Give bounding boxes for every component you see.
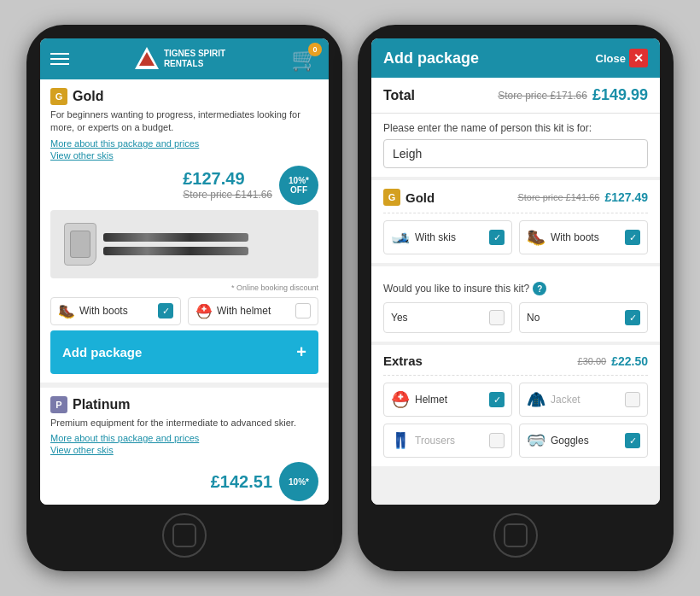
brand-logo-area: TIGNES SPIRIT RENTALS xyxy=(135,47,225,71)
cart-badge: 0 xyxy=(308,43,322,56)
add-plus-icon: + xyxy=(296,342,306,362)
modal-title: Add package xyxy=(383,50,479,67)
jacket-icon: 🧥 xyxy=(527,390,545,409)
add-package-label: Add package xyxy=(62,345,142,359)
with-boots-option[interactable]: 🥾 With boots xyxy=(50,297,181,325)
no-checkbox[interactable]: ✓ xyxy=(625,310,640,325)
skis-checkbox[interactable]: ✓ xyxy=(489,230,505,245)
modal-content: Total Store price £171.66 £149.99 Please… xyxy=(371,78,660,505)
phone-1-screen: TIGNES SPIRIT RENTALS 🛒 0 G Gold xyxy=(40,38,329,505)
trousers-extra-option[interactable]: 👖 Trousers xyxy=(383,424,512,458)
trousers-checkbox[interactable] xyxy=(489,433,505,448)
home-button-1[interactable] xyxy=(162,513,207,558)
helmet-extra-icon: ⛑️ xyxy=(391,390,410,409)
goggles-icon: 🥽 xyxy=(527,431,545,450)
phone-1: TIGNES SPIRIT RENTALS 🛒 0 G Gold xyxy=(26,25,342,571)
boots-icon-modal: 🥾 xyxy=(527,228,545,247)
extras-old-price: £30.00 xyxy=(578,356,607,366)
trousers-label: Trousers xyxy=(415,435,455,447)
extras-label: Extras xyxy=(383,354,423,368)
home-button-2[interactable] xyxy=(493,513,538,558)
boots-checkbox[interactable] xyxy=(158,303,173,318)
gold-discount-bubble: 10%* OFF xyxy=(279,166,318,205)
yes-label: Yes xyxy=(391,312,408,324)
cart-icon[interactable]: 🛒 0 xyxy=(291,46,318,73)
modal-gold-new-price: £127.49 xyxy=(604,190,648,204)
helmet-extra-label: Helmet xyxy=(415,394,447,406)
help-icon[interactable]: ? xyxy=(533,282,546,295)
name-section: Please enter the name of person this kit… xyxy=(371,114,660,177)
extras-options-grid: ⛑️ Helmet ✓ 🧥 Jacket xyxy=(383,383,648,458)
extras-section: Extras £30.00 £22.50 ⛑️ Helmet ✓ xyxy=(371,345,660,466)
gold-section-modal: G Gold Store price £141.66 £127.49 🎿 xyxy=(371,180,660,263)
total-label: Total xyxy=(383,88,415,103)
booking-note: * Online booking discount xyxy=(50,283,318,292)
grade-badge-gold: G xyxy=(50,88,67,105)
total-section: Total Store price £171.66 £149.99 xyxy=(371,78,660,114)
platinum-more-info-link[interactable]: More about this package and prices xyxy=(50,433,318,443)
boots-checkbox-modal[interactable]: ✓ xyxy=(625,230,640,245)
close-label: Close xyxy=(596,52,626,65)
modal-gold-name: Gold xyxy=(405,190,435,205)
gold-package-name: Gold xyxy=(73,89,103,104)
name-input[interactable] xyxy=(383,139,648,168)
platinum-price: £142.51 xyxy=(211,472,272,492)
boot-icon: 🥾 xyxy=(58,303,75,319)
jacket-extra-option[interactable]: 🧥 Jacket xyxy=(519,383,648,417)
grade-badge-platinum: P xyxy=(50,396,67,413)
insurance-options-grid: Yes No ✓ xyxy=(383,302,648,333)
no-label: No xyxy=(527,312,540,324)
insurance-yes-option[interactable]: Yes xyxy=(383,302,512,333)
gold-view-skis-link[interactable]: View other skis xyxy=(50,150,318,161)
screen-content-1: G Gold For beginners wanting to progress… xyxy=(40,79,329,505)
goggles-label: Goggles xyxy=(551,435,589,447)
skis-icon: 🎿 xyxy=(391,228,410,247)
modal-header: Add package Close ✕ xyxy=(371,38,660,78)
boots-label: With boots xyxy=(79,305,128,317)
gold-package-desc: For beginners wanting to progress, inter… xyxy=(50,108,318,135)
brand-text: TIGNES SPIRIT RENTALS xyxy=(164,49,225,69)
jacket-checkbox[interactable] xyxy=(625,392,640,407)
platinum-package-desc: Premium equipment for the intermediate t… xyxy=(50,417,318,429)
modal-grade-gold: G xyxy=(383,189,400,206)
yes-checkbox[interactable] xyxy=(489,310,505,325)
modal-gold-old-price: Store price £141.66 xyxy=(517,192,599,202)
ski-image xyxy=(50,210,318,278)
insurance-label: Would you like to insure this kit? xyxy=(383,283,529,295)
total-price-new: £149.99 xyxy=(592,86,648,104)
platinum-package-name: Platinum xyxy=(73,397,131,412)
platinum-package-card: P Platinum Premium equipment for the int… xyxy=(40,388,329,505)
with-skis-option[interactable]: 🎿 With skis ✓ xyxy=(383,220,512,254)
insurance-no-option[interactable]: No ✓ xyxy=(519,302,648,333)
goggles-checkbox[interactable]: ✓ xyxy=(625,433,640,448)
app-header: TIGNES SPIRIT RENTALS 🛒 0 xyxy=(40,38,329,79)
gold-price: £127.49 xyxy=(183,169,272,189)
gold-more-info-link[interactable]: More about this package and prices xyxy=(50,138,318,149)
helmet-extra-option[interactable]: ⛑️ Helmet ✓ xyxy=(383,383,512,417)
gold-price-old: Store price £141.66 xyxy=(183,189,272,201)
trousers-icon: 👖 xyxy=(391,431,410,450)
phone-2-screen: Add package Close ✕ Total Store price £1… xyxy=(371,38,660,505)
with-boots-option-modal[interactable]: 🥾 With boots ✓ xyxy=(519,220,648,254)
gold-options-row: 🥾 With boots ⛑️ With helmet xyxy=(50,297,318,325)
close-x-icon: ✕ xyxy=(629,49,648,67)
goggles-extra-option[interactable]: 🥽 Goggles ✓ xyxy=(519,424,648,458)
name-label: Please enter the name of person this kit… xyxy=(383,122,648,134)
platinum-view-skis-link[interactable]: View other skis xyxy=(50,445,318,455)
extras-new-price: £22.50 xyxy=(611,354,648,368)
insurance-section: Would you like to insure this kit? ? Yes xyxy=(371,266,660,342)
boots-label-modal: With boots xyxy=(551,231,599,243)
phone-2: Add package Close ✕ Total Store price £1… xyxy=(358,25,674,571)
helmet-checkbox-extra[interactable]: ✓ xyxy=(489,392,505,407)
hamburger-menu-icon[interactable] xyxy=(50,53,69,65)
home-button-inner-2 xyxy=(504,523,528,547)
helmet-checkbox[interactable] xyxy=(295,303,311,318)
gold-package-card: G Gold For beginners wanting to progress… xyxy=(40,79,329,388)
platinum-discount: 10%* xyxy=(279,462,318,501)
total-price-old: Store price £171.66 xyxy=(498,90,587,102)
close-button[interactable]: Close ✕ xyxy=(596,49,648,67)
add-package-button[interactable]: Add package + xyxy=(50,330,318,374)
with-helmet-option[interactable]: ⛑️ With helmet xyxy=(188,297,318,325)
helmet-label: With helmet xyxy=(217,305,271,317)
skis-label: With skis xyxy=(415,231,456,243)
